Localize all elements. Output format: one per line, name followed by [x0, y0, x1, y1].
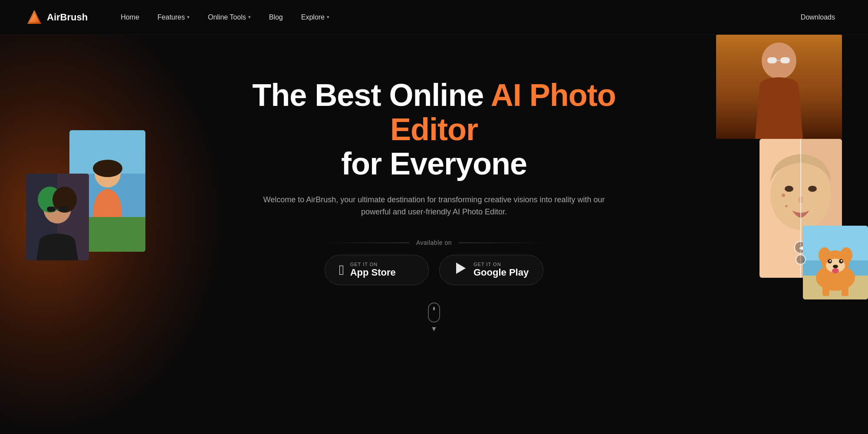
available-label: Available on — [322, 239, 546, 246]
hero-title: The Best Online AI Photo Editor for Ever… — [228, 78, 640, 181]
airbrush-logo-icon — [26, 9, 43, 26]
nav-online-tools[interactable]: Online Tools ▾ — [201, 10, 258, 25]
svg-point-45 — [841, 260, 842, 262]
woman-green-hair-svg — [26, 174, 89, 260]
svg-point-25 — [770, 161, 831, 230]
brand-name: AirBrush — [47, 12, 88, 23]
svg-point-11 — [93, 160, 122, 177]
svg-rect-19 — [47, 207, 56, 212]
scroll-arrow-icon: ▼ — [431, 325, 437, 333]
woman-sunglasses-photo — [716, 35, 842, 139]
nav-blog[interactable]: Blog — [262, 10, 290, 25]
store-buttons:  GET IT ON App Store GET IT ON Google P… — [325, 255, 543, 285]
nav-links: Home Features ▾ Online Tools ▾ Blog Expl… — [114, 10, 842, 25]
divider-left — [322, 243, 409, 243]
svg-point-46 — [833, 265, 838, 268]
google-play-button[interactable]: GET IT ON Google Play — [439, 255, 543, 285]
explore-chevron-icon: ▾ — [327, 14, 329, 20]
available-section: Available on  GET IT ON App Store — [322, 239, 546, 285]
svg-marker-22 — [456, 263, 466, 274]
nav-explore[interactable]: Explore ▾ — [294, 10, 336, 25]
hero-title-white2: for Everyone — [341, 146, 527, 181]
nav-features[interactable]: Features ▾ — [151, 10, 197, 25]
top-right-photo — [716, 35, 842, 139]
scroll-indicator: ▼ — [428, 302, 440, 333]
svg-point-47 — [832, 268, 839, 273]
scroll-mouse-icon — [428, 302, 440, 322]
logo[interactable]: AirBrush — [26, 9, 88, 26]
svg-rect-5 — [767, 57, 777, 63]
svg-point-29 — [782, 194, 785, 197]
navigation: AirBrush Home Features ▾ Online Tools ▾ … — [0, 0, 868, 35]
google-play-text: GET IT ON Google Play — [473, 262, 529, 278]
google-play-icon — [454, 261, 467, 279]
nav-downloads[interactable]: Downloads — [794, 10, 842, 25]
hero-title-white1: The Best Online — [252, 78, 490, 112]
app-store-button[interactable]:  GET IT ON App Store — [325, 255, 429, 285]
scroll-dot — [433, 307, 435, 310]
svg-point-26 — [785, 186, 793, 192]
divider-right — [459, 243, 546, 243]
main-content: The Best Online AI Photo Editor for Ever… — [0, 35, 868, 434]
features-chevron-icon: ▾ — [187, 14, 190, 20]
woman-green-hair-photo — [26, 174, 89, 260]
hero-subtitle: Welcome to AirBrush, your ultimate desti… — [260, 194, 608, 219]
compare-slider-circle — [796, 254, 806, 265]
svg-rect-20 — [59, 207, 68, 212]
app-store-text: GET IT ON App Store — [350, 262, 396, 278]
hero-section: The Best Online AI Photo Editor for Ever… — [228, 78, 640, 218]
corgi-photo — [803, 226, 868, 299]
svg-point-30 — [785, 205, 788, 207]
svg-rect-49 — [842, 286, 848, 296]
woman-sunglasses-svg — [716, 35, 842, 139]
nav-home[interactable]: Home — [114, 10, 146, 25]
svg-point-28 — [798, 196, 803, 203]
right-photos-cluster: ◀▶ — [760, 139, 842, 278]
online-tools-chevron-icon: ▾ — [248, 14, 251, 20]
corgi-svg — [803, 226, 868, 299]
apple-icon:  — [339, 262, 344, 278]
svg-rect-6 — [780, 57, 790, 63]
svg-point-44 — [829, 260, 831, 262]
svg-point-27 — [808, 186, 817, 192]
svg-rect-48 — [822, 286, 829, 296]
